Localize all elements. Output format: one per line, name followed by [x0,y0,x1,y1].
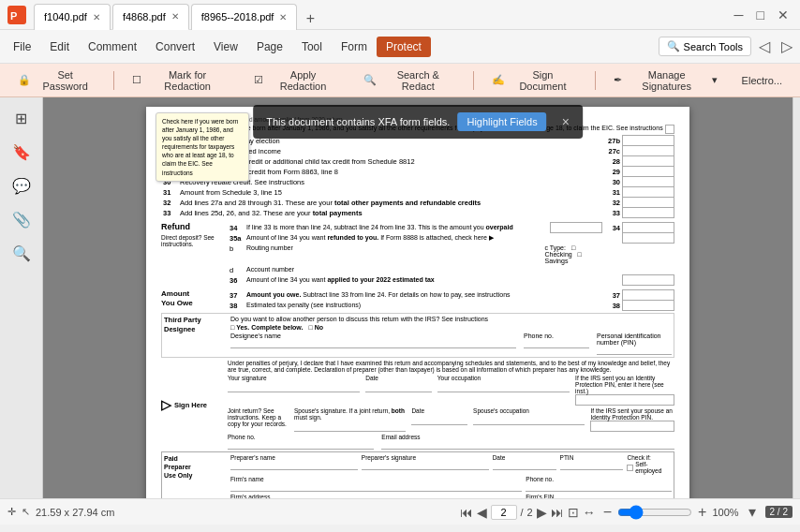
set-password-button[interactable]: 🔒 Set Password [7,65,106,96]
table-row: d Account number [228,265,674,275]
toolbar-separator-1 [113,71,114,90]
fit-page-button[interactable]: ⊡ [568,505,579,520]
minimize-button[interactable]: ─ [731,6,748,24]
menu-convert[interactable]: Convert [146,37,204,57]
search-tools-button[interactable]: 🔍 Search Tools [659,37,751,56]
current-page-input[interactable] [491,505,517,520]
next-page-button[interactable]: ▶ [537,505,547,520]
search-tools: 🔍 Search Tools ◁ ▷ [659,36,796,57]
table-row: 31 Amount from Schedule 3, line 15 31 [161,187,674,198]
page-navigation: ⏮ ◀ / 2 ▶ ⏭ ⊡ ↔ [460,505,596,520]
apply-redaction-button[interactable]: ☑ Apply Redaction [244,65,349,96]
left-panel: ⊞ 🔖 💬 📎 🔍 [0,97,43,498]
toolbar-separator-3 [595,71,596,90]
pointer-icon: ↖ [22,506,30,518]
page-separator: / [521,507,524,518]
banner-text: This document contains XFA form fields. [266,116,450,127]
zoom-out-button[interactable]: − [603,504,612,521]
lock-icon: 🔒 [18,74,31,86]
mark-icon: ☐ [132,74,141,86]
apply-icon: ☑ [254,74,263,86]
refund-section: Refund Direct deposit? See instructions.… [161,222,674,286]
table-row: 34 If line 33 is more than line 24, subt… [228,223,674,233]
tab-close-f4868[interactable]: ✕ [171,11,179,22]
electro-button[interactable]: Electro... [732,70,793,91]
maximize-button[interactable]: □ [753,6,768,24]
manage-signatures-button[interactable]: ✒ Manage Signatures ▾ [603,65,728,96]
zoom-dropdown-button[interactable]: ▾ [745,501,760,523]
menu-bar: File Edit Comment Convert View Page Tool… [0,30,800,64]
zoom-level: 100% [712,507,738,518]
menu-tool[interactable]: Tool [292,37,332,57]
pdf-container[interactable]: This document contains XFA form fields. … [43,97,793,498]
toolbar: 🔒 Set Password ☐ Mark for Redaction ☑ Ap… [0,64,800,97]
dropdown-arrow-icon: ▾ [712,74,718,86]
total-pages: 2 [527,507,533,518]
fit-width-button[interactable]: ↔ [583,505,596,520]
tooltip-text: Check here if you were born after Januar… [162,117,243,177]
window-controls: ─ □ ✕ [731,6,793,24]
comments-icon[interactable]: 💬 [8,172,35,199]
tab-f1040[interactable]: f1040.pdf ✕ [34,4,111,30]
title-bar: P f1040.pdf ✕ f4868.pdf ✕ f8965--2018.pd… [0,0,800,30]
last-page-button[interactable]: ⏭ [551,505,564,520]
xfa-banner: This document contains XFA form fields. … [253,105,583,139]
svg-text:P: P [10,10,17,22]
tooltip-box: Check here if you were born after Januar… [156,112,249,182]
table-row: 37 Amount you owe. Subtract line 33 from… [228,290,674,301]
menu-form[interactable]: Form [332,37,377,57]
zoom-in-button[interactable]: + [698,504,706,521]
menu-view[interactable]: View [204,37,247,57]
menu-protect[interactable]: Protect [377,37,431,57]
sig-icon: ✒ [614,74,622,86]
search-redact-icon: 🔍 [363,74,377,86]
search-icon: 🔍 [667,40,680,52]
tab-close-f8965[interactable]: ✕ [279,12,287,22]
menu-edit[interactable]: Edit [40,37,79,57]
table-row: 38 Estimated tax penalty (see instructio… [228,301,674,311]
tab-f8965[interactable]: f8965--2018.pdf ✕ [191,4,298,30]
zoom-control: − + 100% ▾ 2 / 2 [603,501,793,523]
nav-forward-button[interactable]: ▷ [778,36,796,57]
pdf-page: Check here if you were born after Januar… [146,107,689,498]
tab-f4868[interactable]: f4868.pdf ✕ [112,4,189,30]
refund-label-area: Refund Direct deposit? See instructions. [161,222,222,286]
page-dimensions: 21.59 x 27.94 cm [36,507,114,518]
tab-close-f1040[interactable]: ✕ [93,12,100,22]
right-panel [793,97,800,498]
first-page-button[interactable]: ⏮ [460,505,473,520]
highlight-fields-button[interactable]: Highlight Fields [457,112,546,131]
page-count-badge: 2 / 2 [765,506,793,518]
amount-owe-section: AmountYou Owe 37 Amount you owe. Subtrac… [161,289,674,311]
status-left: ✛ ↖ 21.59 x 27.94 cm [7,506,452,518]
status-bar: ✛ ↖ 21.59 x 27.94 cm ⏮ ◀ / 2 ▶ ⏭ ⊡ ↔ − +… [0,498,800,525]
close-banner-button[interactable]: × [562,114,570,129]
table-row: 36 Amount of line 34 you want applied to… [228,275,674,286]
menu-comment[interactable]: Comment [79,37,146,57]
bookmarks-icon[interactable]: 🔖 [8,139,35,165]
table-row: 32 Add lines 27a and 28 through 31. Thes… [161,198,674,208]
nav-back-button[interactable]: ◁ [755,36,774,57]
zoom-slider[interactable] [617,505,692,520]
menu-file[interactable]: File [4,37,40,57]
third-party-section: Third PartyDesignee Do you want to allow… [161,313,674,358]
close-button[interactable]: ✕ [774,6,793,24]
menu-page[interactable]: Page [247,37,292,57]
attachments-icon[interactable]: 📎 [8,206,35,232]
mark-redaction-button[interactable]: ☐ Mark for Redaction [122,65,240,96]
prev-page-button[interactable]: ◀ [477,505,487,520]
new-tab-button[interactable]: + [299,7,321,30]
thumbnails-icon[interactable]: ⊞ [8,105,35,131]
tab-bar: f1040.pdf ✕ f4868.pdf ✕ f8965--2018.pdf … [34,0,731,30]
search-redact-button[interactable]: 🔍 Search & Redact [353,65,466,96]
table-row: 33 Add lines 25d, 26, and 32. These are … [161,208,674,218]
cursor-icon: ✛ [7,506,16,518]
sign-icon: ✍ [492,74,505,86]
table-row: 35a Amount of line 34 you want refunded … [228,233,674,244]
paid-preparer-section: PaidPreparerUse Only Preparer's name Pre… [161,451,674,498]
sign-document-button[interactable]: ✍ Sign Document [481,65,586,96]
app-icon: P [7,6,26,24]
sign-here-section: ▷ Sign Here Under penalties of perjury, … [161,360,674,450]
toolbar-separator-2 [473,71,474,90]
search-panel-icon[interactable]: 🔍 [8,240,35,266]
